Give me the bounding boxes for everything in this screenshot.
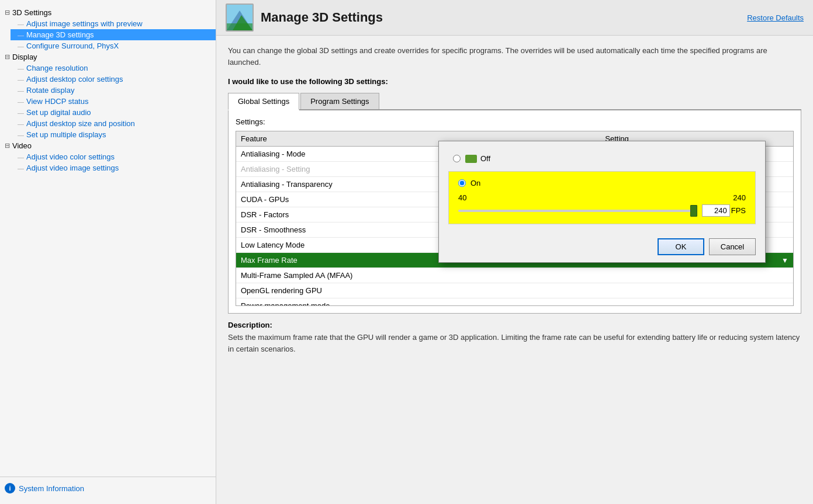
expand-icon-display: ⊟ <box>5 53 10 61</box>
off-label: Off <box>480 154 490 163</box>
sidebar-section-label-display: Display <box>12 53 37 61</box>
cancel-button[interactable]: Cancel <box>709 238 756 255</box>
sidebar-children-3d: Adjust image settings with preview Manag… <box>11 18 216 51</box>
sidebar-item-video-image[interactable]: Adjust video image settings <box>11 162 216 173</box>
nav-tree: ⊟ 3D Settings Adjust image settings with… <box>0 5 216 176</box>
fps-input[interactable] <box>702 204 730 217</box>
popup-overlay: Off On 40 240 <box>216 36 813 504</box>
sidebar-item-view-hdcp[interactable]: View HDCP status <box>11 96 216 107</box>
sidebar-children-video: Adjust video color settings Adjust video… <box>11 151 216 173</box>
sidebar-section-video[interactable]: ⊟ Video <box>0 140 216 151</box>
radio-off-option[interactable]: Off <box>448 151 756 166</box>
sidebar-item-adjust-desktop-size[interactable]: Adjust desktop size and position <box>11 118 216 129</box>
slider-thumb[interactable] <box>690 205 697 217</box>
content-area: You can change the global 3D settings an… <box>216 36 813 504</box>
expand-icon-video: ⊟ <box>5 142 10 150</box>
header-left: Manage 3D Settings <box>226 4 383 32</box>
restore-defaults-button[interactable]: Restore Defaults <box>747 13 804 22</box>
sidebar-item-change-resolution[interactable]: Change resolution <box>11 62 216 74</box>
slider-container <box>458 210 697 212</box>
slider-labels: 40 240 <box>458 193 746 202</box>
green-dot-icon <box>465 155 477 163</box>
sidebar-item-configure-surround[interactable]: Configure Surround, PhysX <box>11 40 216 51</box>
slider-row: FPS <box>458 204 746 217</box>
popup-inner: Off On 40 240 <box>439 141 765 234</box>
slider-max-label: 240 <box>733 193 746 202</box>
page-title: Manage 3D Settings <box>261 10 383 25</box>
sidebar: ⊟ 3D Settings Adjust image settings with… <box>0 0 216 504</box>
fps-input-group: FPS <box>702 204 746 217</box>
slider-track <box>458 210 697 212</box>
popup-buttons: OK Cancel <box>439 234 765 262</box>
slider-min-label: 40 <box>458 193 466 202</box>
sidebar-item-multiple-displays[interactable]: Set up multiple displays <box>11 129 216 140</box>
system-info-anchor[interactable]: System Information <box>19 484 84 493</box>
popup-dialog: Off On 40 240 <box>438 141 766 263</box>
sidebar-item-adjust-desktop-color[interactable]: Adjust desktop color settings <box>11 74 216 85</box>
header-icon <box>226 4 254 32</box>
fps-unit-label: FPS <box>731 206 746 215</box>
sidebar-section-3d-settings[interactable]: ⊟ 3D Settings <box>0 7 216 18</box>
main-header: Manage 3D Settings Restore Defaults <box>216 0 813 36</box>
radio-on-row: On <box>458 179 746 187</box>
on-label: On <box>470 179 480 187</box>
sidebar-item-adjust-image[interactable]: Adjust image settings with preview <box>11 18 216 29</box>
sidebar-item-digital-audio[interactable]: Set up digital audio <box>11 107 216 118</box>
expand-icon-3d: ⊟ <box>5 9 10 16</box>
sidebar-section-label-3d: 3D Settings <box>12 8 51 17</box>
sidebar-item-rotate-display[interactable]: Rotate display <box>11 85 216 96</box>
sidebar-children-display: Change resolution Adjust desktop color s… <box>11 62 216 140</box>
system-information-link[interactable]: i System Information <box>0 477 216 499</box>
sidebar-item-video-color[interactable]: Adjust video color settings <box>11 151 216 162</box>
radio-on[interactable] <box>458 179 466 187</box>
ok-button[interactable]: OK <box>658 238 704 255</box>
info-icon: i <box>5 483 15 493</box>
yellow-on-panel: On 40 240 <box>448 171 756 224</box>
sidebar-item-manage-3d[interactable]: Manage 3D settings <box>11 29 216 40</box>
sidebar-section-label-video: Video <box>12 141 32 150</box>
main-content: Manage 3D Settings Restore Defaults You … <box>216 0 813 504</box>
radio-off[interactable] <box>453 155 461 162</box>
svg-rect-3 <box>227 23 252 30</box>
sidebar-section-display[interactable]: ⊟ Display <box>0 51 216 62</box>
